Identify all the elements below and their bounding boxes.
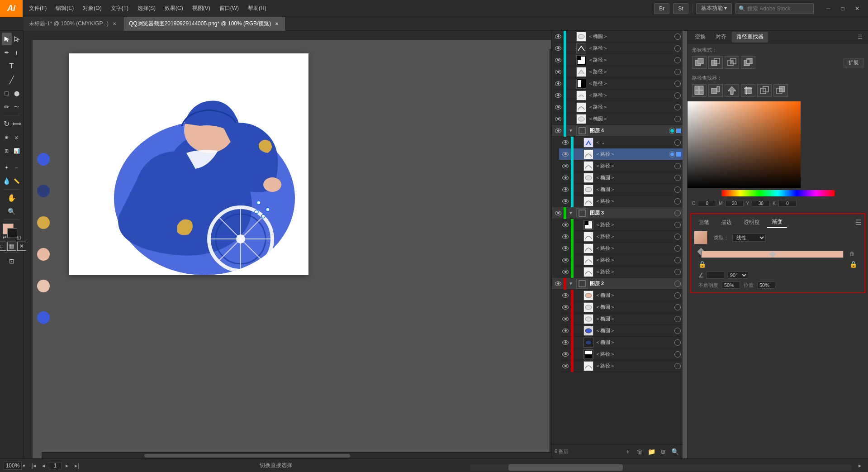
play-button[interactable]: ▸ [855,461,864,470]
layer-target[interactable] [669,151,675,157]
tab-screenshot-close[interactable]: ✕ [274,21,280,27]
layer-item[interactable]: ＜椭圆＞ [559,337,683,348]
layer-target[interactable] [674,222,681,228]
scrollbar-thumb-h[interactable] [144,454,350,458]
menu-window[interactable]: 窗口(W) [215,0,243,17]
layer-visibility-toggle[interactable] [561,254,570,266]
width-tool[interactable]: ⊕ [2,131,12,143]
layer-item-selected[interactable]: ＜路径＞ [559,148,683,160]
layer-target[interactable] [674,269,681,275]
tab-opacity[interactable]: 透明度 [739,217,764,228]
tab-align[interactable]: 对齐 [711,32,731,43]
free-transform-tool[interactable]: ⊞ [2,144,12,157]
layer-visibility-toggle[interactable] [561,219,570,231]
layer-visibility-toggle[interactable] [561,290,570,301]
default-colors-icon[interactable]: ◱ [17,235,21,240]
menu-edit[interactable]: 编辑(E) [51,0,78,17]
line-tool[interactable]: ╱ [2,73,22,86]
curvature-tool[interactable]: ∫ [12,46,22,59]
menu-view[interactable]: 视图(V) [188,0,215,17]
layer-item[interactable]: ＜路径＞ [559,195,683,207]
blob-tool[interactable]: ⬤ [12,87,22,100]
layer-item[interactable]: ＜路径＞ [559,254,683,266]
layer-target[interactable] [674,316,681,322]
close-button[interactable]: ✕ [850,0,864,17]
add-layer-button[interactable]: + [623,447,633,457]
change-screen-mode[interactable]: ⊡ [2,255,22,267]
layer-item[interactable]: ＜路径＞ [552,43,683,54]
canvas-viewport[interactable] [33,40,556,458]
create-sublayer-button[interactable]: ⊕ [658,447,668,457]
exclude-button[interactable] [741,56,755,69]
color-gradient-canvas[interactable] [688,101,801,188]
column-graph-tool[interactable]: ⎓ [12,161,22,174]
stock-button[interactable]: St [673,3,688,14]
layer-visibility-toggle[interactable] [561,172,570,184]
layer-target[interactable] [674,234,681,240]
smooth-tool[interactable]: 〜 [12,100,22,113]
expand-button[interactable]: 扩展 [844,58,863,67]
color-k-input[interactable] [778,200,797,207]
divide-button[interactable] [692,84,707,97]
color-y-input[interactable] [752,200,770,207]
layer-target[interactable] [674,351,681,358]
minimize-button[interactable]: ─ [821,0,835,17]
h-scrollbar-thumb[interactable] [508,464,623,471]
tab-untitled[interactable]: 未标题-1* @ 100% (CMYK/GP...) ✕ [24,17,123,31]
layer-group-4[interactable]: ▼ 图层 4 [552,125,683,137]
gradient-lock-right[interactable]: 🔒 [849,261,857,268]
layer-target[interactable] [674,339,681,346]
layer-target[interactable] [674,175,681,181]
layer-visibility-toggle[interactable] [554,90,563,101]
layer-visibility-toggle[interactable] [561,266,570,278]
tab-untitled-close[interactable]: ✕ [111,21,118,27]
layer-target[interactable] [674,328,681,334]
layer-target[interactable] [669,128,675,134]
layer-target[interactable] [674,363,681,369]
layer-group-3[interactable]: ▼ 图层 3 [552,207,683,219]
layer-target[interactable] [674,81,681,87]
fill-mode-btn[interactable]: □ [0,242,6,251]
intersect-button[interactable] [725,56,739,69]
layer-visibility-toggle[interactable] [554,43,563,54]
layer-visibility-toggle[interactable] [561,148,570,160]
layer-target[interactable] [674,198,681,205]
gradient-stop-mid[interactable] [769,251,775,257]
layer-group-2[interactable]: ▼ 图层 2 [552,278,683,290]
layer-item[interactable]: ＜椭圆＞ [559,290,683,301]
layer-item[interactable]: ＜路径＞ [559,360,683,372]
layer-visibility-toggle[interactable] [561,243,570,254]
merge-button[interactable] [725,84,739,97]
delete-layer-button[interactable]: 🗑 [635,447,645,457]
layer-visibility-toggle[interactable] [561,184,570,195]
layer-item[interactable]: ＜路径＞ [559,348,683,360]
zoom-tool[interactable]: 🔍 [2,205,22,218]
layer-item[interactable]: ＜椭圆＞ [559,301,683,313]
layer-item[interactable]: ＜路径＞ [559,160,683,172]
layer-visibility-toggle[interactable] [561,325,570,337]
tab-brush[interactable]: 画笔 [694,217,714,228]
layer-visibility-toggle[interactable] [554,66,563,78]
eyedropper-tool[interactable]: 💧 [2,175,12,187]
layer-item[interactable]: ＜... [559,137,683,148]
trim-button[interactable] [708,84,723,97]
horizontal-scrollbar[interactable] [470,464,852,471]
layer-target[interactable] [674,186,681,193]
color-c-input[interactable] [698,200,716,207]
gradient-type-select[interactable]: 线性 径向 任意形状 [732,234,766,242]
menu-file[interactable]: 文件(F) [24,0,51,17]
layer-item[interactable]: ＜椭圆＞ [559,184,683,195]
layer-target[interactable] [674,292,681,299]
layer-target[interactable] [674,33,681,40]
layer-item[interactable]: ＜路径＞ [552,90,683,101]
type-tool[interactable]: T [2,60,22,72]
hue-bar[interactable] [721,190,835,196]
menu-type[interactable]: 文字(T) [106,0,133,17]
pen-tool[interactable]: ✒ [2,46,12,59]
search-input[interactable] [747,5,811,12]
layer-target[interactable] [674,92,681,99]
menu-effect[interactable]: 效果(C) [160,0,188,17]
layer-target[interactable] [674,210,681,216]
maximize-button[interactable]: □ [835,0,850,17]
layer-item[interactable]: ＜椭圆＞ [559,325,683,337]
